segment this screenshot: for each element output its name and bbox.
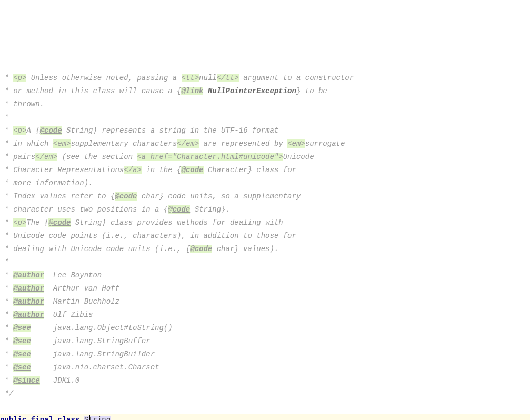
html-tag-tt: <tt> (182, 74, 199, 82)
javadoc-line: * dealing with Unicode code units (i.e.,… (0, 245, 278, 253)
class-declaration-line[interactable]: public final class String (0, 414, 530, 420)
html-tag-tt-close: </tt> (217, 74, 239, 82)
html-tag-p: <p> (13, 126, 26, 135)
code-editor[interactable]: * <p> Unless otherwise noted, passing a … (0, 53, 530, 420)
doc-tag-since: @since (13, 376, 39, 385)
doc-tag-author: @author (13, 297, 44, 306)
doc-tag-code: @code (48, 218, 71, 227)
html-tag-em: <em> (287, 139, 305, 148)
html-tag-p: <p> (13, 218, 26, 227)
html-tag-p: <p> (13, 74, 26, 82)
doc-link: NullPointerException (208, 87, 296, 95)
javadoc-end: */ (0, 389, 13, 398)
doc-tag-see: @see (13, 337, 31, 345)
keyword-class: class (57, 416, 79, 420)
html-tag-a: <a href="Character.html#unicode"> (137, 153, 283, 161)
keyword-public: public (0, 416, 26, 420)
doc-tag-code: @code (190, 245, 212, 253)
doc-tag-see: @see (13, 350, 31, 358)
html-tag-a-close: </a> (124, 166, 142, 174)
javadoc-line: * @author Arthur van Hoff (0, 284, 119, 293)
doc-tag-author: @author (13, 271, 44, 279)
javadoc-line: * (0, 258, 9, 266)
html-tag-em: <em> (53, 139, 71, 148)
javadoc-line: * Character Representations</a> in the {… (0, 166, 296, 174)
doc-tag-see: @see (13, 324, 31, 332)
javadoc-line: * <p>The {@code String} class provides m… (0, 218, 283, 227)
class-name: String (84, 416, 111, 420)
javadoc-line: * or method in this class will cause a {… (0, 87, 327, 95)
javadoc-line: * @since JDK1.0 (0, 376, 79, 385)
html-tag-em-close: </em> (35, 153, 57, 161)
javadoc-line: * @see java.lang.StringBuffer (0, 337, 151, 345)
doc-tag-see: @see (13, 363, 31, 372)
javadoc-line: * <p>A {@code String} represents a strin… (0, 126, 278, 135)
javadoc-line: * more information). (0, 179, 93, 187)
text-caret (89, 415, 90, 420)
javadoc-line: * (0, 113, 9, 122)
javadoc-line: * @author Martin Buchholz (0, 297, 119, 306)
javadoc-line: * pairs</em> (see the section <a href="C… (0, 153, 314, 161)
javadoc-line: * Unicode code points (i.e., characters)… (0, 232, 296, 240)
html-tag-em-close: </em> (177, 139, 199, 148)
javadoc-line: * Index values refer to {@code char} cod… (0, 192, 301, 201)
doc-tag-code: @code (115, 192, 137, 201)
doc-tag-code: @code (168, 205, 190, 214)
javadoc-line: * in which <em>supplementary characters<… (0, 139, 345, 148)
javadoc-line: * @author Lee Boynton (0, 271, 102, 279)
doc-tag-code: @code (40, 126, 62, 135)
doc-tag-code: @code (181, 166, 203, 174)
javadoc-line: * character uses two positions in a {@co… (0, 205, 230, 214)
javadoc-line: * <p> Unless otherwise noted, passing a … (0, 74, 354, 82)
keyword-final: final (31, 416, 53, 420)
javadoc-line: * @see java.nio.charset.Charset (0, 363, 159, 372)
javadoc-line: * @see java.lang.Object#toString() (0, 324, 173, 332)
doc-tag-link: @link (181, 87, 203, 95)
doc-tag-author: @author (13, 311, 44, 319)
javadoc-line: * @author Ulf Zibis (0, 311, 93, 319)
javadoc-line: * @see java.lang.StringBuilder (0, 350, 155, 358)
doc-tag-author: @author (13, 284, 44, 293)
javadoc-line: * thrown. (0, 100, 44, 108)
